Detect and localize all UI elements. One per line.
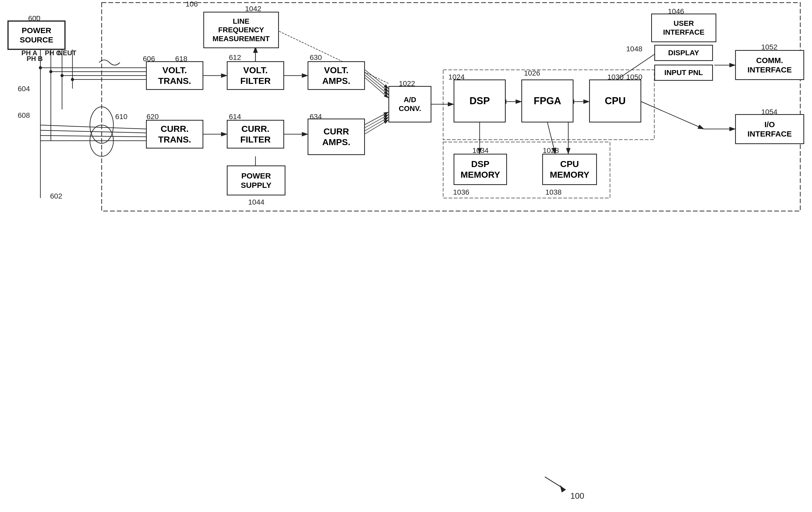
ref-arrow-600: ⌒ xyxy=(34,14,41,25)
svg-point-21 xyxy=(90,125,113,156)
display-box: DISPLAY xyxy=(654,45,713,61)
ref-606: 606 xyxy=(143,55,155,63)
volt-trans-box: VOLT.TRANS. xyxy=(146,61,203,90)
ref-1046: 1046 xyxy=(668,7,684,16)
ref-1034: 1034 xyxy=(472,146,489,155)
svg-line-25 xyxy=(365,72,388,92)
ref-1052: 1052 xyxy=(761,43,777,51)
power-supply-label: POWERSUPPLY xyxy=(241,171,271,190)
ref-1036: 1036 xyxy=(453,188,469,197)
svg-line-18 xyxy=(40,135,146,137)
ref-1026: 1026 xyxy=(524,69,540,78)
ref-634: 634 xyxy=(310,113,322,121)
comm-interface-label: COMM.INTERFACE xyxy=(747,56,792,74)
volt-trans-label: VOLT.TRANS. xyxy=(158,65,191,86)
svg-point-13 xyxy=(49,70,52,73)
svg-line-16 xyxy=(40,125,146,129)
dsp-box: DSP xyxy=(454,80,506,122)
volt-amps-box: VOLT.AMPS. xyxy=(308,61,365,90)
line-freq-label: LINEFREQUENCYMEASUREMENT xyxy=(212,17,269,43)
curr-trans-label: CURR.TRANS. xyxy=(158,123,191,145)
ad-conv-label: A/DCONV. xyxy=(399,95,421,113)
io-interface-box: I/OINTERFACE xyxy=(735,114,804,144)
volt-filter-label: VOLT.FILTER xyxy=(240,65,270,86)
curr-filter-box: CURR.FILTER xyxy=(227,120,284,149)
ref-1048: 1048 xyxy=(626,45,642,53)
fpga-label: FPGA xyxy=(533,95,561,107)
ref-106: 106 xyxy=(185,0,198,8)
ref-1030: 1030 xyxy=(607,73,624,81)
ref-1050: 1050 xyxy=(626,73,642,81)
dsp-memory-box: DSPMEMORY xyxy=(454,154,507,185)
svg-line-49 xyxy=(545,477,566,490)
ref-1044: 1044 xyxy=(248,198,264,206)
ref-100: 100 xyxy=(570,491,584,501)
fpga-box: FPGA xyxy=(521,80,574,122)
svg-line-31 xyxy=(365,115,388,128)
comm-interface-box: COMM.INTERFACE xyxy=(735,50,804,80)
input-pnl-label: INPUT PNL xyxy=(664,68,703,77)
display-label: DISPLAY xyxy=(668,49,699,57)
dsp-label: DSP xyxy=(469,95,490,107)
neut-label: NEUT xyxy=(58,49,76,57)
curr-amps-box: CURRAMPS. xyxy=(308,119,365,155)
cpu-memory-box: CPUMEMORY xyxy=(542,154,597,185)
volt-filter-box: VOLT.FILTER xyxy=(227,61,284,90)
svg-line-30 xyxy=(365,112,388,125)
ref-618: 618 xyxy=(175,55,187,63)
cpu-memory-label: CPUMEMORY xyxy=(550,159,589,180)
curr-filter-label: CURR.FILTER xyxy=(240,123,270,145)
svg-line-45 xyxy=(641,101,704,129)
ref-1038: 1038 xyxy=(545,188,561,197)
ref-620: 620 xyxy=(146,113,159,121)
ref-1042: 1042 xyxy=(245,5,261,13)
diagram: POWER SOURCE VOLT.TRANS. VOLT.FILTER VOL… xyxy=(0,0,812,512)
svg-line-32 xyxy=(365,117,388,131)
cpu-box: CPU xyxy=(589,80,641,122)
ref-610: 610 xyxy=(115,113,127,121)
user-interface-box: USERINTERFACE xyxy=(651,13,716,42)
svg-point-20 xyxy=(90,107,113,143)
ref-1022: 1022 xyxy=(399,80,415,88)
cpu-label: CPU xyxy=(605,95,626,107)
power-source-box: POWER SOURCE xyxy=(8,21,65,50)
ref-1024: 1024 xyxy=(448,73,465,81)
svg-line-33 xyxy=(365,120,388,134)
ref-608: 608 xyxy=(18,111,30,120)
ref-604: 604 xyxy=(18,85,30,93)
ref-612: 612 xyxy=(229,53,241,62)
phb-label: PH B xyxy=(27,55,43,63)
svg-line-17 xyxy=(40,130,146,133)
svg-point-14 xyxy=(60,74,64,77)
ref-1054: 1054 xyxy=(761,108,777,116)
power-source-label: POWER SOURCE xyxy=(9,26,64,44)
curr-amps-label: CURRAMPS. xyxy=(322,126,350,148)
svg-line-26 xyxy=(365,75,388,95)
line-freq-box: LINEFREQUENCYMEASUREMENT xyxy=(203,12,279,48)
ref-1028: 1028 xyxy=(543,146,559,155)
svg-point-15 xyxy=(71,78,74,81)
ad-conv-box: A/DCONV. xyxy=(388,86,431,122)
curr-trans-box: CURR.TRANS. xyxy=(146,120,203,149)
dsp-memory-label: DSPMEMORY xyxy=(461,159,500,180)
svg-line-24 xyxy=(365,70,388,89)
ref-630: 630 xyxy=(310,53,322,62)
volt-amps-label: VOLT.AMPS. xyxy=(322,65,350,86)
svg-marker-50 xyxy=(560,485,566,492)
ref-602: 602 xyxy=(50,192,62,200)
power-supply-box: POWERSUPPLY xyxy=(227,165,285,195)
io-interface-label: I/OINTERFACE xyxy=(747,120,792,139)
svg-point-12 xyxy=(39,66,42,69)
svg-line-27 xyxy=(365,78,388,98)
user-interface-label: USERINTERFACE xyxy=(663,19,705,36)
input-pnl-box: INPUT PNL xyxy=(654,65,713,81)
ref-614: 614 xyxy=(229,113,241,121)
